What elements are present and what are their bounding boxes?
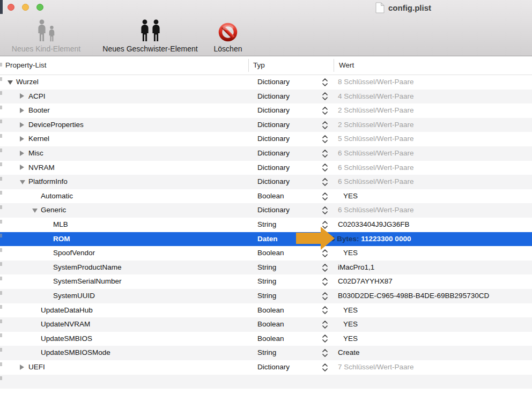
row-value: 6 Schlüssel/Wert-Paare <box>338 161 414 175</box>
column-header-wert[interactable]: Wert <box>339 56 354 75</box>
row-value: 6 Schlüssel/Wert-Paare <box>338 175 414 189</box>
plist-row-automatic[interactable]: AutomaticBooleanYES <box>0 189 532 204</box>
row-type: Dictionary <box>257 175 290 189</box>
type-stepper-icon[interactable] <box>322 135 328 143</box>
annotation-arrow-icon <box>296 227 335 250</box>
row-key: Automatic <box>41 189 73 204</box>
row-value: 7 Schlüssel/Wert-Paare <box>338 360 414 375</box>
type-stepper-icon[interactable] <box>322 107 328 115</box>
new-sibling-element-label: Neues Geschwister-Element <box>102 44 197 53</box>
disclosure-triangle-icon[interactable] <box>20 165 24 170</box>
row-value: 4 Schlüssel/Wert-Paare <box>338 90 414 104</box>
column-divider[interactable] <box>334 59 334 72</box>
type-stepper-icon[interactable] <box>322 264 328 272</box>
row-type: Boolean <box>257 189 284 204</box>
plist-row-systemserialnumber[interactable]: SystemSerialNumberStringC02D7AYYHX87 <box>0 274 532 289</box>
type-stepper-icon[interactable] <box>322 92 328 100</box>
plist-row-acpi[interactable]: ACPIDictionary4 Schlüssel/Wert-Paare <box>0 90 532 104</box>
row-key: UpdateDataHub <box>41 303 93 318</box>
zoom-button[interactable] <box>36 4 43 11</box>
type-stepper-icon[interactable] <box>322 334 328 343</box>
row-key: DeviceProperties <box>28 118 84 132</box>
row-key: ROM <box>53 232 70 247</box>
plist-row-updatesmbios[interactable]: UpdateSMBIOSBooleanYES <box>0 332 532 346</box>
disclosure-triangle-icon[interactable] <box>8 80 13 85</box>
new-child-element-button[interactable]: Neues Kind-Element <box>4 17 88 53</box>
row-key: SystemUUID <box>53 289 95 303</box>
row-type: Dictionary <box>257 203 290 218</box>
disclosure-triangle-icon[interactable] <box>20 151 24 156</box>
row-type: String <box>257 289 276 303</box>
disclosure-triangle-icon[interactable] <box>20 122 24 128</box>
plist-row-kernel[interactable]: KernelDictionary5 Schlüssel/Wert-Paare <box>0 132 532 146</box>
type-stepper-icon[interactable] <box>322 363 328 371</box>
disclosure-triangle-icon[interactable] <box>20 180 25 184</box>
delete-button[interactable]: Löschen <box>210 17 246 53</box>
new-sibling-element-button[interactable]: Neues Geschwister-Element <box>91 17 209 53</box>
plist-row-wurzel[interactable]: WurzelDictionary8 Schlüssel/Wert-Paare <box>0 75 532 90</box>
plist-row-rom[interactable]: ROMDaten6 Bytes: 11223300 0000 <box>0 232 532 247</box>
plist-row-updatesmbiosmode[interactable]: UpdateSMBIOSModeStringCreate <box>0 346 532 360</box>
type-stepper-icon[interactable] <box>322 249 328 257</box>
row-type: String <box>257 346 276 360</box>
plist-row-systemproductname[interactable]: SystemProductNameStringiMacPro1,1 <box>0 261 532 275</box>
row-key: PlatformInfo <box>28 175 68 189</box>
type-stepper-icon[interactable] <box>322 192 328 200</box>
plist-row-systemuuid[interactable]: SystemUUIDStringB030D2DE-C965-498B-B4DE-… <box>0 289 532 303</box>
plist-row-updatenvram[interactable]: UpdateNVRAMBooleanYES <box>0 317 532 332</box>
row-type: Dictionary <box>257 161 290 175</box>
row-key: MLB <box>53 218 68 232</box>
type-stepper-icon[interactable] <box>322 278 328 286</box>
row-key: Misc <box>28 146 43 161</box>
row-value: iMacPro1,1 <box>338 261 374 275</box>
delete-label: Löschen <box>214 44 242 53</box>
column-header-property-list[interactable]: Property-List <box>5 56 47 75</box>
row-key: UpdateNVRAM <box>41 317 90 332</box>
disclosure-triangle-icon[interactable] <box>32 209 38 213</box>
type-stepper-icon[interactable] <box>322 150 328 158</box>
minimize-button[interactable] <box>22 4 29 11</box>
disclosure-triangle-icon[interactable] <box>20 93 24 99</box>
person-with-child-icon <box>37 19 55 42</box>
type-stepper-icon[interactable] <box>322 78 328 86</box>
disclosure-triangle-icon[interactable] <box>20 136 24 142</box>
disclosure-triangle-icon[interactable] <box>20 108 24 113</box>
plist-row-uefi[interactable]: UEFIDictionary7 Schlüssel/Wert-Paare <box>0 360 532 375</box>
row-type: Dictionary <box>257 75 290 90</box>
column-divider[interactable] <box>248 59 249 72</box>
row-value: 2 Schlüssel/Wert-Paare <box>338 103 414 118</box>
type-stepper-icon[interactable] <box>322 163 328 172</box>
close-button[interactable] <box>8 4 14 11</box>
window-title: config.plist <box>388 3 431 12</box>
plist-row-platforminfo[interactable]: PlatformInfoDictionary6 Schlüssel/Wert-P… <box>0 175 532 189</box>
plist-row-mlb[interactable]: MLBStringC02033404J9JG36FB <box>0 218 532 232</box>
row-value: C02D7AYYHX87 <box>338 274 393 289</box>
type-stepper-icon[interactable] <box>322 321 328 329</box>
plist-row-booter[interactable]: BooterDictionary2 Schlüssel/Wert-Paare <box>0 103 532 118</box>
plist-row-generic[interactable]: GenericDictionary6 Schlüssel/Wert-Paare <box>0 203 532 218</box>
window-title-group: config.plist <box>375 2 431 13</box>
row-key: SpoofVendor <box>53 246 95 261</box>
row-key: UEFI <box>28 360 45 375</box>
row-type: Dictionary <box>257 132 290 146</box>
plist-row-misc[interactable]: MiscDictionary6 Schlüssel/Wert-Paare <box>0 146 532 161</box>
table-header: Property-List Typ Wert <box>0 56 532 75</box>
type-stepper-icon[interactable] <box>322 292 328 300</box>
new-child-element-label: Neues Kind-Element <box>12 44 80 53</box>
plist-row-nvram[interactable]: NVRAMDictionary6 Schlüssel/Wert-Paare <box>0 161 532 175</box>
type-stepper-icon[interactable] <box>322 349 328 357</box>
plist-row-deviceproperties[interactable]: DevicePropertiesDictionary2 Schlüssel/We… <box>0 118 532 132</box>
type-stepper-icon[interactable] <box>322 306 328 314</box>
row-key: Generic <box>41 203 66 218</box>
row-type: Dictionary <box>257 90 290 104</box>
plist-row-updatedatahub[interactable]: UpdateDataHubBooleanYES <box>0 303 532 318</box>
value-text: 11223300 0000 <box>361 235 411 243</box>
plist-row-spoofvendor[interactable]: SpoofVendorBooleanYES <box>0 246 532 261</box>
row-value: YES <box>343 303 358 318</box>
row-type: Daten <box>257 232 278 247</box>
type-stepper-icon[interactable] <box>322 121 328 129</box>
column-header-typ[interactable]: Typ <box>253 56 265 75</box>
type-stepper-icon[interactable] <box>322 178 328 186</box>
disclosure-triangle-icon[interactable] <box>20 365 24 370</box>
type-stepper-icon[interactable] <box>322 206 328 214</box>
